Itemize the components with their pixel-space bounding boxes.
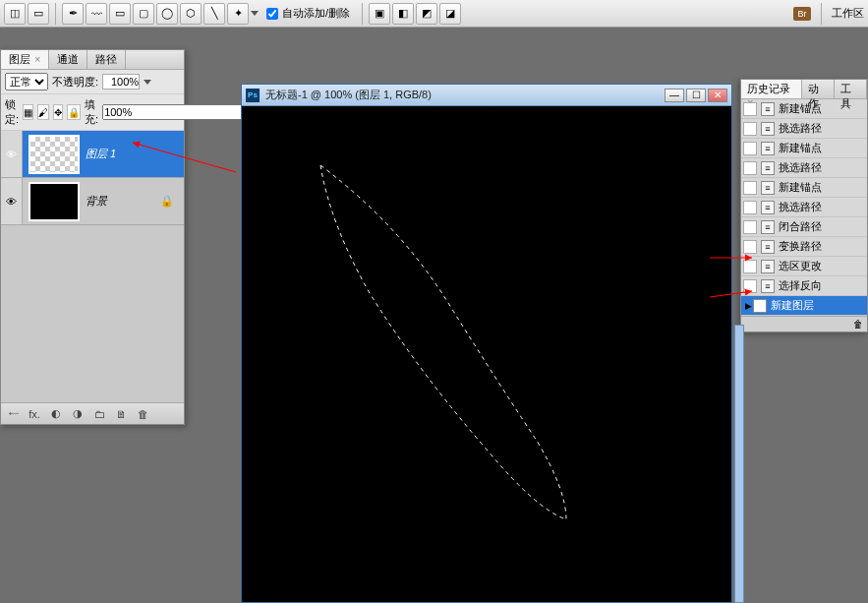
- lock-image-icon[interactable]: 🖌: [37, 104, 49, 120]
- document-window: Ps 无标题-1 @ 100% (图层 1, RGB/8) — ☐ ✕: [241, 84, 732, 603]
- history-item[interactable]: ≡挑选路径: [741, 198, 867, 217]
- layers-list: 👁 图层 1 👁 背景 🔒: [1, 131, 184, 402]
- layer-thumbnail[interactable]: [29, 135, 80, 174]
- delete-layer-icon[interactable]: 🗑: [135, 406, 150, 422]
- history-checkbox[interactable]: [743, 181, 757, 195]
- layer-name[interactable]: 图层 1: [86, 147, 116, 161]
- document-title: 无标题-1 @ 100% (图层 1, RGB/8): [265, 88, 432, 102]
- auto-add-checkbox-input[interactable]: [266, 8, 278, 20]
- history-step-icon: ≡: [761, 240, 775, 254]
- line-shape-icon[interactable]: ╲: [203, 3, 225, 25]
- history-checkbox[interactable]: [743, 260, 757, 273]
- layers-panel-tabs: 图层× 通道 路径: [1, 50, 184, 70]
- shape-dropdown-icon[interactable]: [251, 11, 259, 16]
- history-checkbox[interactable]: [743, 161, 757, 175]
- history-item[interactable]: ≡新建锚点: [741, 178, 867, 198]
- bridge-icon[interactable]: Br: [793, 7, 811, 21]
- pen-tool-icon[interactable]: ✒: [62, 3, 84, 25]
- lock-position-icon[interactable]: ✥: [53, 104, 63, 120]
- history-checkbox[interactable]: [743, 201, 757, 214]
- layer-row[interactable]: 👁 图层 1: [1, 131, 184, 178]
- marching-ants-selection: [242, 106, 733, 603]
- opacity-label: 不透明度:: [52, 75, 98, 90]
- document-canvas[interactable]: [242, 106, 731, 602]
- tab-tools[interactable]: 工具: [835, 80, 867, 98]
- visibility-toggle[interactable]: 👁: [1, 131, 23, 177]
- history-checkbox[interactable]: [743, 142, 757, 155]
- separator: [821, 3, 822, 25]
- tab-channels[interactable]: 通道: [49, 50, 87, 69]
- history-step-icon: ≡: [753, 299, 767, 313]
- close-button[interactable]: ✕: [708, 89, 727, 102]
- adjustment-layer-icon[interactable]: ◑: [70, 406, 86, 422]
- fill-label: 填充:: [85, 97, 98, 127]
- history-item[interactable]: ≡变换路径: [741, 237, 867, 257]
- layer-mask-icon[interactable]: ◐: [48, 406, 64, 422]
- blend-mode-select[interactable]: 正常: [5, 73, 48, 90]
- history-step-icon: ≡: [761, 142, 775, 155]
- link-layers-icon[interactable]: ⬳: [5, 406, 21, 422]
- fill-input[interactable]: [102, 104, 242, 120]
- options-bar: ◫ ▭ ✒ 〰 ▭ ▢ ◯ ⬡ ╲ ✦ 自动添加/删除 ▣ ◧ ◩ ◪ Br 工…: [0, 0, 868, 28]
- path-subtract-icon[interactable]: ◧: [392, 3, 414, 25]
- history-item[interactable]: ≡选择反向: [741, 276, 867, 296]
- ellipse-shape-icon[interactable]: ◯: [156, 3, 178, 25]
- minimize-button[interactable]: —: [665, 89, 684, 102]
- maximize-button[interactable]: ☐: [686, 89, 706, 102]
- history-panel-tabs: 历史记录 × 动作 工具: [741, 80, 867, 99]
- polygon-shape-icon[interactable]: ⬡: [180, 3, 202, 25]
- new-layer-icon[interactable]: 🗎: [113, 406, 129, 422]
- layers-panel: 图层× 通道 路径 正常 不透明度: 锁定: ▦ 🖌 ✥ 🔒 填充: 👁 图层 …: [0, 49, 185, 425]
- tab-layers[interactable]: 图层×: [1, 50, 49, 69]
- history-checkbox[interactable]: [743, 102, 757, 116]
- layer-thumbnail[interactable]: [29, 182, 80, 221]
- opacity-slider-icon[interactable]: [144, 80, 151, 85]
- path-intersect-icon[interactable]: ◩: [416, 3, 437, 25]
- tab-actions[interactable]: 动作: [802, 80, 835, 98]
- history-checkbox[interactable]: [743, 279, 757, 293]
- history-step-icon: ≡: [761, 161, 775, 175]
- separator: [362, 3, 363, 25]
- history-checkbox[interactable]: [743, 122, 757, 136]
- trash-icon[interactable]: 🗑: [853, 319, 863, 330]
- layer-row[interactable]: 👁 背景 🔒: [1, 178, 184, 225]
- history-step-icon: ≡: [761, 102, 775, 116]
- lock-icon: 🔒: [160, 195, 174, 208]
- history-panel: 历史记录 × 动作 工具 ≡新建锚点 ≡挑选路径 ≡新建锚点 ≡挑选路径 ≡新建…: [740, 79, 868, 332]
- tool-pen-rect-icon[interactable]: ◫: [4, 3, 26, 25]
- history-checkbox[interactable]: [743, 240, 757, 254]
- rounded-rect-icon[interactable]: ▢: [133, 3, 154, 25]
- docked-panel-strip[interactable]: [734, 325, 744, 603]
- auto-add-delete-checkbox[interactable]: 自动添加/删除: [266, 6, 350, 21]
- freeform-pen-icon[interactable]: 〰: [86, 3, 107, 25]
- history-item[interactable]: ▶≡新建图层: [741, 296, 867, 316]
- close-icon[interactable]: ×: [34, 53, 40, 65]
- layer-group-icon[interactable]: 🗀: [91, 406, 107, 422]
- layer-name[interactable]: 背景: [86, 194, 107, 209]
- separator: [55, 3, 56, 25]
- history-checkbox[interactable]: [743, 220, 757, 234]
- history-step-icon: ≡: [761, 181, 775, 195]
- history-panel-footer: 🗑: [741, 316, 867, 332]
- history-step-icon: ≡: [761, 122, 775, 136]
- tab-history[interactable]: 历史记录 ×: [741, 80, 802, 98]
- lock-transparent-icon[interactable]: ▦: [23, 104, 33, 120]
- tool-pen-shape-icon[interactable]: ▭: [28, 3, 49, 25]
- opacity-input[interactable]: [102, 74, 140, 90]
- rect-shape-icon[interactable]: ▭: [109, 3, 131, 25]
- visibility-toggle[interactable]: 👁: [1, 178, 23, 224]
- path-combine-icon[interactable]: ▣: [369, 3, 390, 25]
- history-item[interactable]: ≡挑选路径: [741, 119, 867, 139]
- path-exclude-icon[interactable]: ◪: [439, 3, 461, 25]
- lock-all-icon[interactable]: 🔒: [67, 104, 81, 120]
- layer-fx-icon[interactable]: fx.: [27, 406, 42, 422]
- tab-paths[interactable]: 路径: [87, 50, 126, 69]
- document-titlebar[interactable]: Ps 无标题-1 @ 100% (图层 1, RGB/8) — ☐ ✕: [242, 85, 731, 106]
- history-item[interactable]: ≡闭合路径: [741, 217, 867, 237]
- workspace-label[interactable]: 工作区: [832, 6, 864, 21]
- history-item[interactable]: ≡新建锚点: [741, 139, 867, 158]
- history-item[interactable]: ≡挑选路径: [741, 158, 867, 178]
- history-step-icon: ≡: [761, 260, 775, 273]
- history-item[interactable]: ≡选区更改: [741, 257, 867, 276]
- custom-shape-icon[interactable]: ✦: [227, 3, 249, 25]
